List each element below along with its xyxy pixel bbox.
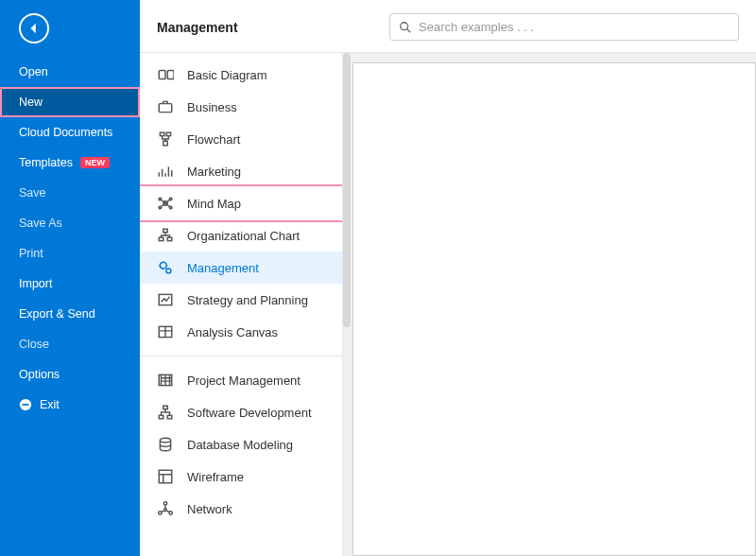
category-label: Wireframe xyxy=(187,470,244,484)
svg-rect-8 xyxy=(166,132,171,135)
svg-rect-7 xyxy=(160,132,164,135)
svg-rect-17 xyxy=(167,237,172,240)
svg-rect-16 xyxy=(159,237,163,240)
search-input[interactable] xyxy=(389,13,739,41)
category-item-organizational-chart[interactable]: Organizational Chart xyxy=(140,219,342,252)
category-item-flowchart[interactable]: Flowchart xyxy=(140,123,342,155)
category-label: Software Development xyxy=(187,406,312,420)
category-item-project-management[interactable]: Project Management xyxy=(140,364,342,396)
database-icon xyxy=(157,436,174,453)
sidebar-item-label: Print xyxy=(19,247,43,260)
sidebar-item-label: Templates xyxy=(19,156,73,169)
sidebar-item-label: Options xyxy=(19,368,60,381)
business-icon xyxy=(157,98,174,115)
svg-point-26 xyxy=(160,438,170,443)
mindmap-icon xyxy=(157,195,174,212)
network-icon xyxy=(157,500,174,517)
software-icon xyxy=(157,404,174,421)
exit-icon xyxy=(19,398,32,411)
category-item-business[interactable]: Business xyxy=(140,91,342,123)
category-label: Business xyxy=(187,100,237,114)
back-button[interactable] xyxy=(19,13,49,43)
svg-rect-1 xyxy=(23,404,29,406)
main-body: Basic DiagramBusinessFlowchartMarketingM… xyxy=(140,53,756,556)
orgchart-icon xyxy=(157,227,174,244)
svg-rect-4 xyxy=(159,71,165,79)
sidebar-item-print[interactable]: Print xyxy=(0,238,140,269)
category-label: Basic Diagram xyxy=(187,68,267,82)
category-label: Flowchart xyxy=(187,132,240,147)
sidebar-item-save-as[interactable]: Save As xyxy=(0,208,140,238)
search-icon xyxy=(399,21,412,34)
category-item-network[interactable]: Network xyxy=(140,493,342,525)
category-label: Marketing xyxy=(187,165,241,179)
svg-rect-15 xyxy=(163,229,168,232)
preview-card[interactable] xyxy=(352,62,756,556)
sidebar-item-label: Save xyxy=(19,186,46,200)
category-separator xyxy=(140,356,342,356)
category-label: Strategy and Planning xyxy=(187,293,308,307)
svg-point-2 xyxy=(401,22,408,29)
category-item-marketing[interactable]: Marketing xyxy=(140,155,342,187)
sidebar-item-label: Exit xyxy=(40,398,60,411)
category-item-software-development[interactable]: Software Development xyxy=(140,396,342,428)
category-label: Analysis Canvas xyxy=(187,325,278,339)
wireframe-icon xyxy=(157,468,174,485)
sidebar-item-save[interactable]: Save xyxy=(0,178,140,208)
svg-rect-6 xyxy=(159,104,172,113)
svg-point-28 xyxy=(163,502,166,505)
category-label: Mind Map xyxy=(187,197,241,211)
preview-scrollbar[interactable] xyxy=(343,53,351,327)
sidebar-item-label: Save As xyxy=(19,217,62,230)
category-item-wireframe[interactable]: Wireframe xyxy=(140,460,342,493)
management-icon xyxy=(157,259,174,276)
category-item-analysis-canvas[interactable]: Analysis Canvas xyxy=(140,316,342,348)
sidebar-item-open[interactable]: Open xyxy=(0,57,140,87)
sidebar-item-label: Close xyxy=(19,338,49,351)
sidebar-item-options[interactable]: Options xyxy=(0,359,140,390)
category-label: Project Management xyxy=(187,374,301,388)
svg-point-19 xyxy=(166,269,171,273)
project-icon xyxy=(157,372,174,389)
sidebar-item-export-send[interactable]: Export & Send xyxy=(0,299,140,329)
basic-icon xyxy=(157,66,174,83)
new-badge: NEW xyxy=(80,157,110,168)
main-header: Management xyxy=(140,0,756,53)
sidebar-item-label: Export & Send xyxy=(19,307,95,321)
strategy-icon xyxy=(157,291,174,308)
sidebar-item-cloud-documents[interactable]: Cloud Documents xyxy=(0,117,140,148)
page-title: Management xyxy=(157,20,238,35)
sidebar: OpenNewCloud DocumentsTemplatesNEWSaveSa… xyxy=(0,0,140,556)
svg-rect-23 xyxy=(163,406,168,408)
category-item-basic-diagram[interactable]: Basic Diagram xyxy=(140,59,342,91)
category-panel: Basic DiagramBusinessFlowchartMarketingM… xyxy=(140,53,343,556)
sidebar-item-close[interactable]: Close xyxy=(0,329,140,359)
sidebar-item-label: New xyxy=(19,96,43,109)
category-label: Organizational Chart xyxy=(187,229,300,243)
svg-rect-5 xyxy=(167,71,174,79)
svg-rect-24 xyxy=(159,415,163,418)
category-item-management[interactable]: Management xyxy=(140,252,342,284)
sidebar-item-new[interactable]: New xyxy=(0,87,140,117)
category-label: Management xyxy=(187,261,259,275)
main-area: Management Basic DiagramBusinessFlowchar… xyxy=(140,0,756,556)
category-item-strategy-and-planning[interactable]: Strategy and Planning xyxy=(140,284,342,316)
svg-rect-27 xyxy=(159,470,172,483)
sidebar-item-label: Import xyxy=(19,277,52,290)
svg-rect-25 xyxy=(167,415,172,418)
sidebar-item-import[interactable]: Import xyxy=(0,269,140,299)
sidebar-item-exit[interactable]: Exit xyxy=(0,390,140,420)
svg-point-18 xyxy=(160,262,166,269)
svg-line-3 xyxy=(407,28,411,32)
category-item-mind-map[interactable]: Mind Map xyxy=(140,187,342,219)
sidebar-item-label: Cloud Documents xyxy=(19,126,112,139)
category-label: Database Modeling xyxy=(187,438,293,452)
category-item-database-modeling[interactable]: Database Modeling xyxy=(140,428,342,460)
flowchart-icon xyxy=(157,130,174,148)
category-label: Network xyxy=(187,502,232,516)
svg-point-31 xyxy=(164,509,167,512)
preview-area xyxy=(343,53,756,556)
canvas-icon xyxy=(157,323,174,340)
sidebar-item-templates[interactable]: TemplatesNEW xyxy=(0,148,140,178)
search-wrap xyxy=(389,13,739,41)
